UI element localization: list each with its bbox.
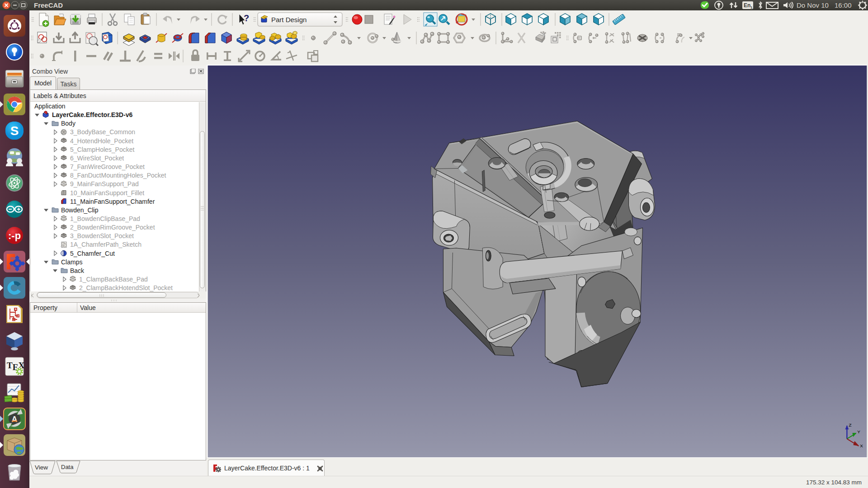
svg-text:A: A [12, 415, 18, 424]
svg-text:3_BodyBase_Common: 3_BodyBase_Common [70, 128, 135, 136]
svg-text:Do Nov 10: Do Nov 10 [797, 1, 829, 9]
svg-text:11_MainFanSupport_Chamfer: 11_MainFanSupport_Chamfer [70, 198, 155, 205]
svg-text:1_BowdenClipBase_Pad: 1_BowdenClipBase_Pad [70, 215, 140, 222]
svg-text:Z: Z [849, 422, 851, 427]
svg-text:LayerCake.Effector.E3D-v6: LayerCake.Effector.E3D-v6 [52, 111, 132, 118]
svg-text:Application: Application [34, 103, 66, 110]
svg-text:Data: Data [61, 464, 74, 470]
svg-text:1: 1 [750, 5, 753, 9]
svg-text:6_WireSlot_Pocket: 6_WireSlot_Pocket [70, 155, 124, 162]
svg-text:Part Design: Part Design [271, 16, 307, 23]
svg-text:X: X [860, 443, 863, 448]
svg-text:Body: Body [61, 120, 75, 127]
svg-text:8_FanDuctMountingHoles_Pocket: 8_FanDuctMountingHoles_Pocket [70, 172, 166, 179]
svg-text:Clamps: Clamps [61, 258, 82, 266]
svg-text:1A_ChamferPath_Sketch: 1A_ChamferPath_Sketch [70, 241, 142, 248]
svg-text:5_ClampHoles_Pocket: 5_ClampHoles_Pocket [70, 146, 135, 153]
svg-text:10_MainFanSupport_Fillet: 10_MainFanSupport_Fillet [70, 189, 144, 197]
svg-text::-p: :-p [8, 230, 21, 241]
svg-text:View: View [35, 464, 48, 471]
svg-text:2_ClampBackHotendSlot_Pocket: 2_ClampBackHotendSlot_Pocket [79, 284, 173, 291]
svg-text:S: S [10, 124, 19, 138]
svg-text:5_Chamfer_Cut: 5_Chamfer_Cut [70, 250, 115, 257]
svg-text:2_BowdenRimGroove_Pocket: 2_BowdenRimGroove_Pocket [70, 224, 155, 231]
svg-text:?: ? [244, 13, 249, 23]
svg-text:Back: Back [70, 267, 85, 274]
svg-text:En: En [744, 2, 750, 9]
svg-text:7_FanWireGroove_Pocket: 7_FanWireGroove_Pocket [70, 163, 145, 170]
svg-text:16:00: 16:00 [835, 1, 852, 9]
svg-text:4_HotendHole_Pocket: 4_HotendHole_Pocket [70, 137, 133, 145]
svg-text:3_BowdenSlot_Pocket: 3_BowdenSlot_Pocket [70, 232, 134, 239]
svg-text:1_ClampBackBase_Pad: 1_ClampBackBase_Pad [79, 276, 148, 283]
svg-text:Y: Y [857, 429, 860, 434]
svg-text:9_MainFanSupport_Pad: 9_MainFanSupport_Pad [70, 180, 139, 188]
svg-text:Bowden_Clip: Bowden_Clip [61, 206, 99, 214]
